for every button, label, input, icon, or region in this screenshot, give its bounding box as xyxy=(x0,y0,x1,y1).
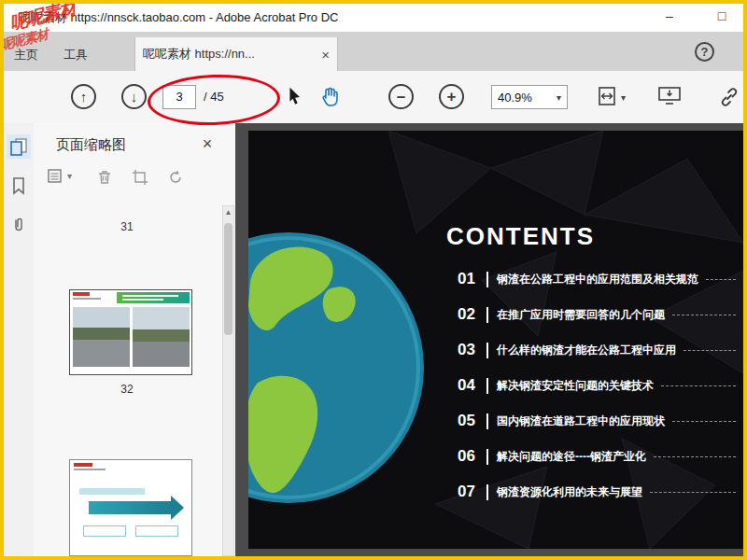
panel-title: 页面缩略图 xyxy=(56,136,126,154)
maximize-button[interactable]: □ xyxy=(708,4,736,31)
minimize-button[interactable]: – xyxy=(655,4,684,31)
select-tool-button[interactable] xyxy=(284,86,304,106)
toc-divider xyxy=(486,343,488,358)
toc-text: 解决问题的途径----钢渣产业化 xyxy=(497,449,646,465)
toc-divider xyxy=(486,272,488,287)
toc-item: 01 钢渣在公路工程中的应用范围及相关规范 xyxy=(458,261,736,297)
scrollbar-thumb[interactable] xyxy=(224,223,233,335)
zoom-caret-icon: ▾ xyxy=(557,92,561,103)
toc-dash-line xyxy=(672,421,736,422)
thumb32-title-band xyxy=(117,292,190,303)
toc-text: 国内钢渣在道路工程中的应用现状 xyxy=(497,413,665,429)
link-tool-button[interactable] xyxy=(717,86,741,108)
zoom-in-button[interactable]: + xyxy=(439,84,464,109)
tab-tools-label: 工具 xyxy=(63,47,88,63)
toc-number: 06 xyxy=(458,447,484,466)
tab-tools[interactable]: 工具 xyxy=(49,39,103,71)
tab-document[interactable]: 呢呢素材 https://nn... × xyxy=(134,37,338,71)
tab-home[interactable]: 主页 xyxy=(4,39,49,71)
toc-item: 04 解决钢渣安定性问题的关键技术 xyxy=(458,368,736,403)
toc-dash-line xyxy=(706,279,736,280)
thumbnail-page-32[interactable] xyxy=(69,289,192,375)
toc-number: 01 xyxy=(458,270,484,288)
thumb33-arrow-band xyxy=(89,501,171,514)
toc-number: 04 xyxy=(458,376,484,395)
crop-pages-button[interactable] xyxy=(131,168,149,187)
thumbnails-scrollbar[interactable]: ▲ xyxy=(222,205,234,556)
zoom-level-select[interactable]: 40.9% ▾ xyxy=(491,85,568,109)
rotate-icon xyxy=(166,168,185,187)
thumbnail-label-31: 31 xyxy=(30,220,224,233)
pointer-icon xyxy=(284,86,304,106)
toc-item: 05 国内钢渣在道路工程中的应用现状 xyxy=(458,403,736,439)
toc-item: 06 解决问题的途径----钢渣产业化 xyxy=(458,439,736,474)
tab-document-label: 呢呢素材 https://nn... xyxy=(143,46,316,63)
thumb32-logo xyxy=(73,292,90,296)
help-button[interactable]: ? xyxy=(695,42,714,62)
thumb32-photo-right xyxy=(133,307,190,367)
scrollbar-up-icon[interactable]: ▲ xyxy=(223,206,233,219)
thumbnail-label-32: 32 xyxy=(30,383,224,396)
thumb33-box-left xyxy=(83,525,126,537)
fit-width-icon xyxy=(596,86,618,106)
thumbnail-options-button[interactable]: ▾ xyxy=(47,168,72,185)
thumb33-box-right xyxy=(135,525,178,537)
thumbnail-page-33[interactable] xyxy=(69,459,192,556)
toc-dash-line xyxy=(661,385,736,386)
options-icon xyxy=(47,168,65,185)
rotate-pages-button[interactable] xyxy=(166,168,185,187)
toc-list: 01 钢渣在公路工程中的应用范围及相关规范 02 在推广应用时需要回答的几个问题… xyxy=(458,261,736,510)
toc-text: 解决钢渣安定性问题的关键技术 xyxy=(497,378,654,394)
thumb33-chart-step1 xyxy=(79,488,145,495)
previous-page-button[interactable]: ↑ xyxy=(71,84,96,109)
toc-divider xyxy=(486,449,488,465)
panel-close-button[interactable]: × xyxy=(196,133,218,155)
bookmarks-pane-button[interactable] xyxy=(7,174,31,198)
toc-dash-line xyxy=(672,315,736,315)
toc-dash-line xyxy=(650,492,736,493)
toc-item: 03 什么样的钢渣才能在公路工程中应用 xyxy=(458,332,736,368)
link-icon xyxy=(717,86,741,108)
delete-pages-button[interactable] xyxy=(95,168,114,187)
trash-icon xyxy=(95,168,114,187)
next-page-button[interactable]: ↓ xyxy=(121,84,147,109)
paperclip-icon xyxy=(9,216,28,234)
tab-close-icon[interactable]: × xyxy=(321,47,330,63)
page-number-input[interactable]: 3 xyxy=(162,85,196,109)
toc-divider xyxy=(486,484,488,500)
fit-width-button[interactable] xyxy=(596,86,618,106)
toc-text: 在推广应用时需要回答的几个问题 xyxy=(497,307,665,323)
zoom-out-button[interactable]: – xyxy=(388,84,414,109)
page-thumbnails-pane-button[interactable] xyxy=(7,134,31,159)
bookmark-icon xyxy=(9,176,28,195)
thumb33-arrow-head xyxy=(171,496,184,520)
page-total-label: / 45 xyxy=(204,90,224,104)
toc-divider xyxy=(486,307,488,323)
toc-number: 05 xyxy=(458,412,484,430)
thumb33-logo xyxy=(74,463,92,467)
toc-item: 07 钢渣资源化利用的未来与展望 xyxy=(458,474,736,510)
attachments-pane-button[interactable] xyxy=(7,213,31,237)
page-thumbnails-icon xyxy=(8,136,29,157)
toc-text: 什么样的钢渣才能在公路工程中应用 xyxy=(497,343,676,358)
hand-icon xyxy=(319,86,342,108)
toc-number: 02 xyxy=(458,305,484,324)
tab-home-label: 主页 xyxy=(14,47,38,63)
hand-tool-button[interactable] xyxy=(319,86,342,108)
reading-mode-button[interactable] xyxy=(657,86,682,106)
title-bar: 呢呢素材 https://nnsck.taobao.com - Adobe Ac… xyxy=(4,4,743,33)
slide-title: CONTENTS xyxy=(446,222,595,251)
main-toolbar: ↑ ↓ 3 / 45 – + 40.9% ▾ ▾ xyxy=(4,71,743,124)
tab-bar: 主页 工具 呢呢素材 https://nn... × ? xyxy=(4,32,743,71)
toc-item: 02 在推广应用时需要回答的几个问题 xyxy=(458,297,736,332)
acrobat-window: 呢呢素材 https://nnsck.taobao.com - Adobe Ac… xyxy=(0,0,747,560)
page-thumbnails-panel: 页面缩略图 × ▾ ▲ xyxy=(34,123,236,556)
thumb32-subtext xyxy=(73,298,101,300)
fit-caret-icon[interactable]: ▾ xyxy=(621,92,626,103)
monitor-down-icon xyxy=(657,86,682,106)
toc-text: 钢渣资源化利用的未来与展望 xyxy=(497,484,642,500)
toc-divider xyxy=(486,378,488,394)
toc-dash-line xyxy=(684,350,736,351)
globe-graphic xyxy=(248,224,435,513)
toc-text: 钢渣在公路工程中的应用范围及相关规范 xyxy=(497,272,698,287)
